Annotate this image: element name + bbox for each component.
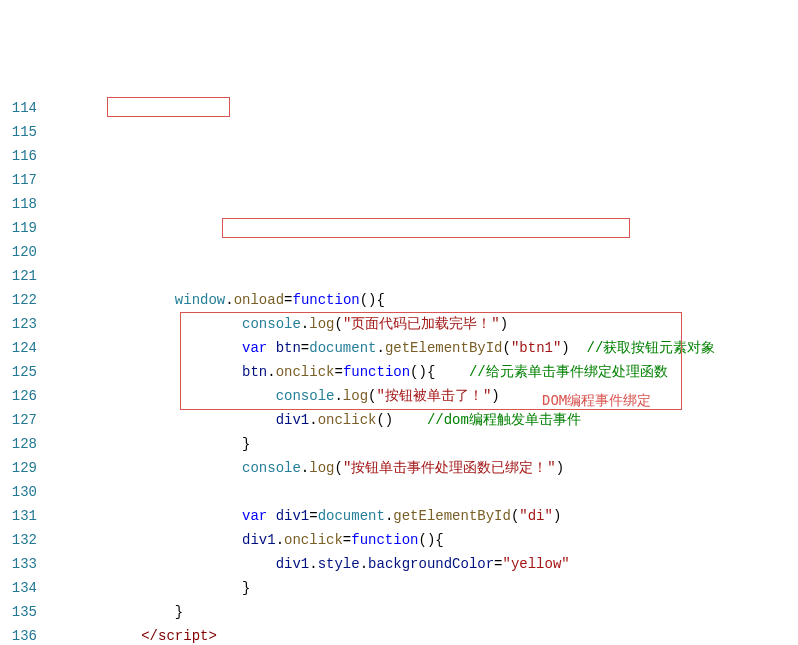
code-line[interactable]: } <box>74 576 798 600</box>
code-line[interactable]: </script> <box>74 624 798 645</box>
code-token: ) <box>556 460 564 476</box>
code-token: } <box>242 580 250 596</box>
code-token: . <box>309 556 317 572</box>
code-token: //获取按钮元素对象 <box>587 340 716 356</box>
code-token: . <box>225 292 233 308</box>
code-token: var <box>242 340 276 356</box>
code-token: . <box>334 388 342 404</box>
line-number: 132 <box>0 528 37 552</box>
code-token: backgroundColor <box>368 556 494 572</box>
line-number: 114 <box>0 96 37 120</box>
code-token: ( <box>334 460 342 476</box>
code-editor[interactable]: 1141151161171181191201211221231241251261… <box>0 96 798 645</box>
code-token: = <box>301 340 309 356</box>
code-token: "di" <box>519 508 553 524</box>
code-token: () <box>376 412 426 428</box>
line-number: 124 <box>0 336 37 360</box>
line-number: 123 <box>0 312 37 336</box>
line-number: 117 <box>0 168 37 192</box>
code-token: = <box>309 508 317 524</box>
code-token: </ <box>141 628 158 644</box>
code-token: onclick <box>284 532 343 548</box>
code-token: "btn1" <box>511 340 561 356</box>
code-token: log <box>309 316 334 332</box>
code-token: window <box>175 292 225 308</box>
code-token: "按钮单击事件处理函数已绑定！" <box>343 460 556 476</box>
code-token: style <box>318 556 360 572</box>
code-token: //给元素单击事件绑定处理函数 <box>469 364 668 380</box>
code-token: div1 <box>276 556 310 572</box>
code-token: div1 <box>276 412 310 428</box>
code-token: (){ <box>360 292 385 308</box>
code-line[interactable]: console.log("按钮单击事件处理函数已绑定！") <box>74 456 798 480</box>
code-token: onclick <box>276 364 335 380</box>
code-token: getElementById <box>393 508 511 524</box>
code-token: . <box>276 532 284 548</box>
code-token: btn <box>276 340 301 356</box>
line-number: 136 <box>0 624 37 645</box>
code-token: "页面代码已加载完毕！" <box>343 316 500 332</box>
line-number: 121 <box>0 264 37 288</box>
line-number: 122 <box>0 288 37 312</box>
code-token: ( <box>334 316 342 332</box>
code-line[interactable]: div1.style.backgroundColor="yellow" <box>74 552 798 576</box>
code-token: console <box>276 388 335 404</box>
line-number: 115 <box>0 120 37 144</box>
code-area[interactable]: DOM编程事件绑定 window.onload=function(){ cons… <box>56 96 798 645</box>
code-line[interactable]: window.onload=function(){ <box>74 288 798 312</box>
code-token: . <box>376 340 384 356</box>
code-token: } <box>242 436 250 452</box>
code-token: getElementById <box>385 340 503 356</box>
line-number: 127 <box>0 408 37 432</box>
code-token: ) <box>491 388 499 404</box>
code-line[interactable]: console.log("按钮被单击了！") <box>74 384 798 408</box>
line-number: 130 <box>0 480 37 504</box>
line-number: 125 <box>0 360 37 384</box>
code-token: div1 <box>276 508 310 524</box>
code-token: log <box>343 388 368 404</box>
line-number: 133 <box>0 552 37 576</box>
code-token: . <box>301 316 309 332</box>
code-token: } <box>175 604 183 620</box>
code-token: "yellow" <box>503 556 570 572</box>
code-token: ( <box>503 340 511 356</box>
code-token: ) <box>561 340 586 356</box>
code-token: onclick <box>318 412 377 428</box>
code-token: var <box>242 508 276 524</box>
code-token: function <box>343 364 410 380</box>
code-line[interactable]: btn.onclick=function(){ //给元素单击事件绑定处理函数 <box>74 360 798 384</box>
code-token: //dom编程触发单击事件 <box>427 412 581 428</box>
code-token: > <box>208 628 216 644</box>
code-line[interactable]: } <box>74 432 798 456</box>
code-token: log <box>309 460 334 476</box>
code-token: . <box>267 364 275 380</box>
code-token: function <box>292 292 359 308</box>
annotation-box-div1-onclick-call <box>222 218 630 238</box>
code-token: function <box>351 532 418 548</box>
code-line[interactable]: console.log("页面代码已加载完毕！") <box>74 312 798 336</box>
code-token: . <box>360 556 368 572</box>
code-token: "按钮被单击了！" <box>376 388 491 404</box>
code-line[interactable]: var btn=document.getElementById("btn1") … <box>74 336 798 360</box>
code-token: ) <box>553 508 561 524</box>
code-line[interactable]: } <box>74 600 798 624</box>
line-number-gutter: 1141151161171181191201211221231241251261… <box>0 96 56 645</box>
code-token: = <box>494 556 502 572</box>
annotation-box-window-onload <box>107 97 230 117</box>
line-number: 126 <box>0 384 37 408</box>
line-number: 129 <box>0 456 37 480</box>
line-number: 131 <box>0 504 37 528</box>
code-line[interactable]: div1.onclick() //dom编程触发单击事件 <box>74 408 798 432</box>
line-number: 135 <box>0 600 37 624</box>
line-number: 128 <box>0 432 37 456</box>
code-token: = <box>334 364 342 380</box>
code-line[interactable] <box>74 480 798 504</box>
code-line[interactable]: var div1=document.getElementById("di") <box>74 504 798 528</box>
line-number: 118 <box>0 192 37 216</box>
code-token: div1 <box>242 532 276 548</box>
code-token: document <box>318 508 385 524</box>
line-number: 120 <box>0 240 37 264</box>
code-line[interactable]: div1.onclick=function(){ <box>74 528 798 552</box>
code-token: (){ <box>410 364 469 380</box>
code-token: script <box>158 628 208 644</box>
